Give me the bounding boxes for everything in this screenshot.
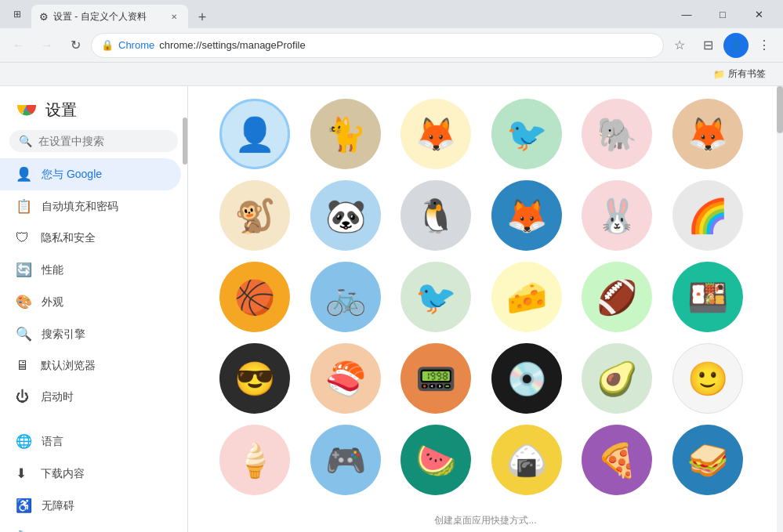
avatars-grid: 👤 🐈 🦊 🐦 🐘 🦊 🐒 🐼 🐧 🦊 🐰 🌈 🏀 🚲 🐦 🧀 🏈	[188, 86, 783, 508]
accessibility-icon: ♿	[16, 498, 32, 514]
sidebar-item-downloads[interactable]: ⬇ 下载内容	[0, 458, 181, 490]
new-tab-btn[interactable]: +	[191, 6, 213, 28]
main-area: 设置 🔍 👤 您与 Google 📋 自动填充和密码 🛡 隐私和安全 🔄	[0, 86, 783, 532]
avatar-item[interactable]: 🌈	[672, 180, 743, 251]
avatar-item[interactable]: 👤	[219, 99, 290, 169]
browser-icon: 🖥	[16, 358, 31, 374]
sidebar-item-startup[interactable]: ⏻ 启动时	[0, 382, 181, 413]
back-btn[interactable]: ←	[6, 33, 31, 58]
refresh-btn[interactable]: ↻	[63, 33, 88, 58]
avatar-item[interactable]: 📟	[401, 343, 471, 414]
settings-title: 设置	[45, 100, 77, 121]
sidebar-item-privacy[interactable]: 🛡 隐私和安全	[0, 223, 181, 254]
bookmarks-label: 所有书签	[728, 67, 766, 81]
tab-close-btn[interactable]: ✕	[168, 10, 180, 23]
sidebar-item-label-performance: 性能	[42, 263, 63, 277]
avatar-item[interactable]: 💿	[491, 343, 562, 414]
sidebar-item-accessibility[interactable]: ♿ 无障碍	[0, 490, 181, 522]
tab-favicon: ⚙	[39, 11, 49, 23]
close-btn[interactable]: ✕	[741, 0, 777, 28]
avatar-item[interactable]: 🏈	[582, 262, 652, 332]
sidebar-item-performance[interactable]: 🔄 性能	[0, 254, 181, 286]
avatar-item[interactable]: 🦊	[491, 180, 562, 251]
avatar-item[interactable]: 🐦	[491, 99, 562, 169]
menu-btn[interactable]: ⋮	[752, 33, 777, 58]
minimize-btn[interactable]: —	[669, 0, 705, 28]
sidebar-item-autofill[interactable]: 📋 自动填充和密码	[0, 190, 181, 223]
avatar-item[interactable]: 🦊	[672, 99, 743, 169]
profile-btn[interactable]: 👤	[723, 33, 749, 58]
avatar-item[interactable]: 🙂	[672, 343, 743, 414]
avatar-item[interactable]: 🚲	[310, 262, 381, 332]
avatar-item[interactable]: 🐒	[219, 180, 290, 251]
sidebar-item-language[interactable]: 🌐 语言	[0, 425, 181, 458]
folder-icon: 📁	[713, 69, 725, 80]
avatar-item[interactable]: 🍦	[219, 425, 290, 495]
avatar-item[interactable]: 🥑	[582, 343, 652, 414]
maximize-btn[interactable]: □	[705, 0, 741, 28]
sidebar-scrollbar[interactable]	[183, 86, 187, 532]
avatar-item[interactable]: 🎮	[310, 425, 381, 495]
sidebar-item-google[interactable]: 👤 您与 Google	[0, 158, 181, 190]
avatar-item[interactable]: 😎	[219, 343, 290, 414]
avatar-item[interactable]: 🍱	[672, 262, 743, 332]
sidebar-item-label-appearance: 外观	[42, 295, 63, 309]
avatar-item[interactable]: 🍕	[582, 425, 652, 495]
address-bar[interactable]: 🔒 Chrome chrome://settings/manageProfile	[91, 33, 664, 58]
sidebar-item-appearance[interactable]: 🎨 外观	[0, 286, 181, 318]
active-tab[interactable]: ⚙ 设置 - 自定义个人资料 ✕	[31, 5, 188, 28]
avatar-item[interactable]: 🦊	[401, 99, 471, 169]
bookmarks-folder[interactable]: 📁 所有书签	[709, 66, 770, 82]
sidebar-item-label-downloads: 下载内容	[41, 467, 85, 481]
tab-title: 设置 - 自定义个人资料	[53, 10, 163, 24]
window-controls-left: ⊞	[6, 4, 28, 24]
tab-list-btn[interactable]: ⊞	[6, 4, 28, 24]
sidebar-item-label-google: 您与 Google	[42, 168, 102, 182]
sidebar-item-browser[interactable]: 🖥 默认浏览器	[0, 350, 181, 382]
sidebar-header: 设置	[0, 86, 187, 127]
avatar-item[interactable]: 🥪	[672, 425, 743, 495]
nav-bar: ← → ↻ 🔒 Chrome chrome://settings/manageP…	[0, 28, 783, 63]
bookmarks-bar: 📁 所有书签	[0, 63, 783, 86]
lock-icon: 🔒	[101, 39, 114, 51]
content-area: 👤 🐈 🦊 🐦 🐘 🦊 🐒 🐼 🐧 🦊 🐰 🌈 🏀 🚲 🐦 🧀 🏈	[188, 86, 783, 532]
sidebar-item-system[interactable]: 🔧 系统	[0, 522, 181, 532]
avatar-item[interactable]: 🍙	[491, 425, 562, 495]
avatar-item[interactable]: 🐰	[582, 180, 652, 251]
appearance-icon: 🎨	[16, 294, 32, 310]
language-icon: 🌐	[16, 433, 32, 450]
avatar-item[interactable]: 🍉	[401, 425, 471, 495]
avatar-item[interactable]: 🏀	[219, 262, 290, 332]
search-engine-icon: 🔍	[16, 326, 32, 342]
chrome-brand: Chrome	[118, 39, 154, 51]
sidebar-item-label-accessibility: 无障碍	[42, 499, 74, 513]
downloads-icon: ⬇	[16, 465, 31, 482]
avatar-item[interactable]: 🐈	[310, 99, 381, 169]
sidebar-item-search[interactable]: 🔍 搜索引擎	[0, 318, 181, 350]
sidebar-search[interactable]: 🔍	[9, 130, 178, 152]
bookmark-btn[interactable]: ☆	[667, 33, 692, 58]
autofill-icon: 📋	[16, 198, 32, 215]
avatar-item[interactable]: 🐼	[310, 180, 381, 251]
privacy-icon: 🛡	[16, 230, 31, 246]
extensions-btn[interactable]: ⊟	[695, 33, 720, 58]
search-input[interactable]	[38, 135, 169, 147]
sidebar-item-label-language: 语言	[42, 435, 63, 449]
avatar-item[interactable]: 🐧	[401, 180, 471, 251]
search-icon: 🔍	[19, 135, 32, 147]
address-url: chrome://settings/manageProfile	[159, 39, 654, 51]
sidebar-scrollbar-thumb	[183, 118, 187, 165]
content-scrollbar-track[interactable]	[777, 86, 783, 532]
forward-btn[interactable]: →	[34, 33, 60, 58]
avatar-item[interactable]: 🐦	[401, 262, 471, 332]
chrome-logo	[16, 99, 38, 121]
sidebar: 设置 🔍 👤 您与 Google 📋 自动填充和密码 🛡 隐私和安全 🔄	[0, 86, 188, 532]
title-bar: ⊞ ⚙ 设置 - 自定义个人资料 ✕ + — □ ✕	[0, 0, 783, 28]
avatar-item[interactable]: 🧀	[491, 262, 562, 332]
avatar-item[interactable]: 🐘	[582, 99, 652, 169]
window-controls-right: — □ ✕	[669, 0, 777, 28]
google-icon: 👤	[16, 166, 32, 183]
performance-icon: 🔄	[16, 262, 32, 278]
content-scrollbar-thumb	[777, 86, 783, 133]
avatar-item[interactable]: 🍣	[310, 343, 381, 414]
